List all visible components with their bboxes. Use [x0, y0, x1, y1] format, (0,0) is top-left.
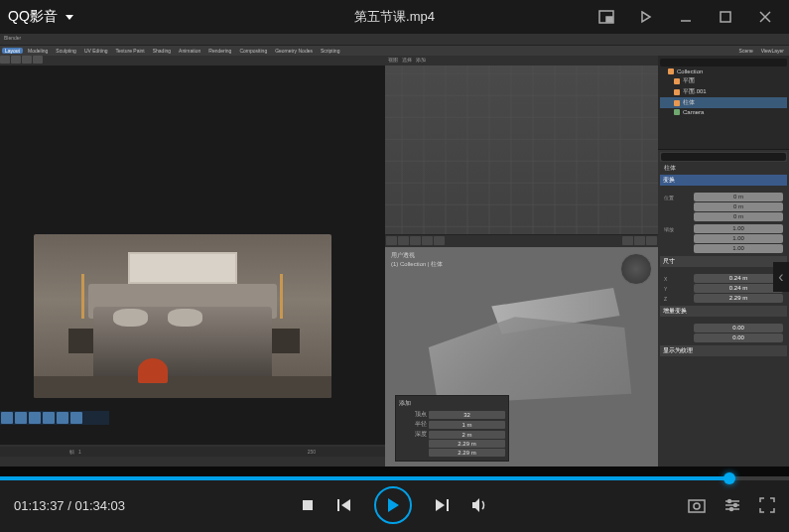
radius-field: 1 m: [429, 421, 505, 429]
shading-mode-icon: [646, 236, 657, 245]
pip-button[interactable]: [591, 3, 622, 31]
windows-taskbar: [0, 411, 109, 425]
reference-bedroom-image: [34, 234, 331, 398]
snapshot-button[interactable]: [688, 497, 706, 513]
properties-sidebar: Collection 平面 平面.001 柱体 Camera 柱体 变换 位置0…: [658, 56, 789, 466]
scale-x: 1.00: [694, 224, 783, 233]
svg-point-16: [730, 508, 733, 511]
tab-render: Rendering: [205, 48, 234, 54]
tab-anim: Animation: [176, 48, 203, 54]
timeline-start: 1: [78, 449, 81, 455]
editor-type-icon: [386, 236, 397, 245]
tab-script: Scripting: [318, 48, 342, 54]
close-button[interactable]: [749, 3, 781, 31]
taskbar-icon: [29, 412, 41, 424]
progress-bar[interactable]: [0, 476, 789, 480]
tab-geonodes: Geometry Nodes: [272, 48, 316, 54]
lamp-left: [81, 274, 84, 319]
tree-item: 平面: [660, 75, 787, 86]
dims-header: 尺寸: [660, 256, 787, 267]
properties-panel: 柱体 变换 位置0 m 0 m 0 m 缩放1.00 1.00 1.00 尺寸 …: [658, 150, 789, 466]
app-title-dropdown[interactable]: QQ影音: [8, 8, 73, 26]
wall-art: [128, 252, 237, 284]
viewport-info: 用户透视 (1) Collection | 柱体: [391, 251, 443, 269]
svg-rect-9: [689, 500, 705, 512]
tree-item: 平面.001: [660, 86, 787, 97]
time-display: 01:13:37 / 01:34:03: [14, 498, 125, 513]
viewport-header: 视图选择添加: [385, 56, 658, 66]
bed-mesh-wireframe: [410, 275, 643, 407]
settings-button[interactable]: [723, 497, 741, 513]
relations-header: 显示为纹理: [660, 345, 787, 356]
delta-header: 增量变换: [660, 306, 787, 317]
timeline-area: 帧 1 250: [0, 445, 385, 466]
depth-field: 2 m: [429, 431, 505, 439]
svg-point-15: [734, 504, 737, 507]
pillow: [168, 309, 202, 327]
header-btn: [11, 56, 21, 64]
loc-z: 0 m: [694, 212, 783, 221]
delta-y: 0.00: [694, 333, 783, 342]
object-name: 柱体: [660, 162, 787, 175]
nightstand-left: [68, 329, 96, 353]
svg-rect-8: [447, 499, 449, 511]
duration: 01:34:03: [74, 498, 125, 513]
blender-window: Blender Layout Modeling Sculpting UV Edi…: [0, 34, 789, 478]
header-btn: [22, 56, 32, 64]
tree-collection: Collection: [660, 67, 787, 75]
props-search: [661, 153, 786, 161]
prev-button[interactable]: [336, 498, 352, 512]
side-collapse-arrow[interactable]: ‹: [773, 262, 789, 292]
svg-rect-1: [606, 17, 612, 22]
transform-header: 变换: [660, 175, 787, 186]
volume-button[interactable]: [471, 497, 489, 513]
window-titlebar: QQ影音 第五节课.mp4: [0, 0, 789, 34]
pillow: [113, 309, 148, 327]
3d-grid: [385, 66, 658, 234]
shading-mode-icon: [634, 236, 645, 245]
tab-layout: Layout: [2, 48, 23, 54]
play-button[interactable]: [374, 486, 412, 524]
layer-selector: ViewLayer: [758, 48, 787, 54]
svg-rect-7: [337, 499, 339, 511]
dim-x: 0.24 m: [694, 274, 783, 283]
tab-shading: Shading: [150, 48, 174, 54]
ontop-button[interactable]: [630, 3, 662, 31]
dim-y: 0.24 m: [694, 284, 783, 293]
next-button[interactable]: [434, 498, 450, 512]
progress-fill: [0, 476, 729, 480]
ottoman-stool: [138, 358, 168, 383]
tab-sculpting: Sculpting: [53, 48, 79, 54]
tab-uv: UV Editing: [81, 48, 111, 54]
tab-comp: Compositing: [236, 48, 270, 54]
shading-header: [385, 235, 658, 247]
svg-rect-3: [721, 12, 730, 22]
loc-y: 0 m: [694, 202, 783, 211]
header-btn: [33, 56, 43, 64]
maximize-button[interactable]: [710, 3, 741, 31]
workspace-tabs: Layout Modeling Sculpting UV Editing Tex…: [0, 46, 789, 56]
fullscreen-button[interactable]: [759, 497, 775, 513]
dim-z: 2.29 m: [694, 294, 783, 303]
svg-point-14: [728, 500, 731, 503]
delta-x: 0.00: [694, 324, 783, 332]
video-frame[interactable]: Blender Layout Modeling Sculpting UV Edi…: [0, 34, 789, 478]
stop-button[interactable]: [301, 498, 315, 512]
float-panel-title: 添加: [399, 399, 505, 408]
file-title: 第五节课.mp4: [354, 8, 435, 26]
lamp-right: [280, 274, 283, 319]
current-time: 01:13:37: [14, 498, 65, 513]
shading-btn: [398, 236, 409, 245]
outliner-search: [660, 59, 787, 66]
player-controls-bar: 01:13:37 / 01:34:03: [0, 478, 789, 532]
vertices-field: 32: [429, 411, 505, 419]
add-cylinder-panel: 添加 顶点32 半径1 m 深度2 m 2.29 m 2.29 m: [395, 395, 509, 462]
shading-btn: [410, 236, 421, 245]
3d-viewports: 视图选择添加 用户透视 (1) Collection | 柱体: [385, 56, 658, 466]
viewport-bottom: 用户透视 (1) Collection | 柱体 添加 顶点32 半径1 m 深…: [385, 234, 658, 466]
minimize-button[interactable]: [670, 3, 702, 31]
taskbar-icon: [15, 412, 27, 424]
image-editor-viewport: 帧 1 250: [0, 56, 385, 466]
loc-x: 0 m: [694, 193, 783, 201]
scale-y: 1.00: [694, 234, 783, 243]
